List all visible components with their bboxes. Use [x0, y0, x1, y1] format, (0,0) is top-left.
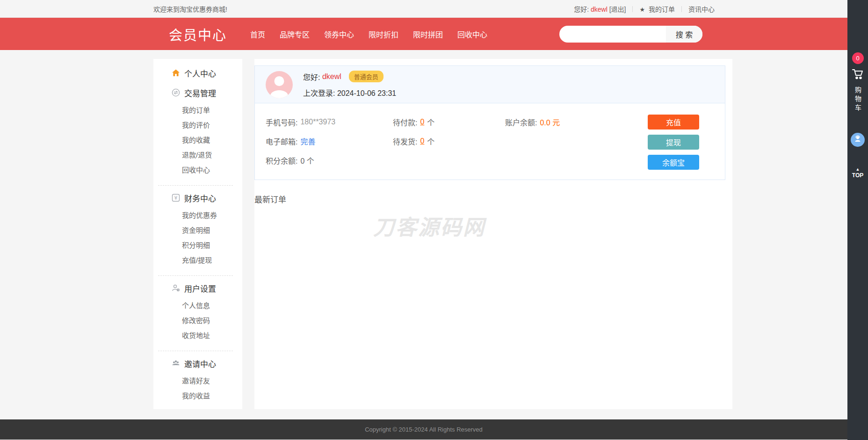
- pending-shipment-count-link[interactable]: 0: [420, 137, 424, 145]
- side-rail: 0 购物车 ▲ TOP: [847, 0, 868, 440]
- nav-item-home[interactable]: 首页: [250, 29, 265, 40]
- sidebar-item-invite-friends[interactable]: 邀请好友: [153, 374, 242, 389]
- username-link[interactable]: dkewl: [591, 6, 608, 13]
- sidebar-item-my-orders[interactable]: 我的订单: [153, 103, 242, 118]
- user-greeting: 您好: dkewl [退出]: [574, 4, 626, 14]
- sidebar-item-recycle-center[interactable]: 回收中心: [153, 163, 242, 178]
- up-triangle-icon: ▲: [856, 167, 860, 172]
- sidebar-list-trade: 我的订单 我的评价 我的收藏 退款/退货 回收中心: [153, 103, 242, 178]
- pending-payment-label: 待付款:: [393, 116, 417, 128]
- sidebar-section-invite[interactable]: 邀请中心: [153, 358, 242, 369]
- sidebar-section-user-settings[interactable]: 用户设置: [153, 282, 242, 294]
- nav-item-flash-group[interactable]: 限时拼团: [413, 29, 443, 40]
- recharge-button[interactable]: 充值: [648, 115, 699, 130]
- topbar: 欢迎来到淘宝优惠券商城! 您好: dkewl [退出] ★ 我的订单 资讯中心: [0, 0, 868, 18]
- search-input[interactable]: [559, 26, 666, 43]
- sidebar-item-points-details[interactable]: 积分明细: [153, 238, 242, 253]
- my-orders-link[interactable]: ★ 我的订单: [639, 4, 675, 14]
- yuebao-button[interactable]: 余额宝: [648, 155, 699, 170]
- last-login-label: 上次登录:: [303, 89, 335, 97]
- sidebar: 个人中心 交易管理 我的订单 我的评价 我的收藏 退款/退货 回收中心 ¥ 财务…: [153, 59, 242, 409]
- customer-service-button[interactable]: [851, 133, 865, 147]
- sidebar-item-my-favorites[interactable]: 我的收藏: [153, 133, 242, 148]
- withdraw-button[interactable]: 提现: [648, 135, 699, 150]
- site-logo[interactable]: 会员中心: [169, 24, 227, 44]
- star-icon: ★: [639, 6, 645, 13]
- points-value: 0 个: [300, 155, 314, 166]
- back-to-top-button[interactable]: ▲ TOP: [852, 167, 863, 178]
- sidebar-section-title: 交易管理: [184, 87, 216, 99]
- search-bar: 搜 索: [559, 26, 702, 43]
- nav-item-brand-zone[interactable]: 品牌专区: [280, 29, 310, 40]
- cart-icon: [851, 67, 864, 82]
- news-center-link[interactable]: 资讯中心: [688, 4, 715, 14]
- last-login-value: 2024-10-06 23:31: [337, 89, 396, 97]
- profile-card-header: 您好: dkewl 普通会员 上次登录: 2024-10-06 23:31: [255, 66, 725, 103]
- welcome-text: 欢迎来到淘宝优惠券商城!: [153, 4, 227, 14]
- copyright-text: Copyright © 2015-2024 All Rights Reserve…: [365, 426, 483, 433]
- member-level-badge: 普通会员: [349, 71, 383, 82]
- sidebar-section-title: 用户设置: [184, 282, 216, 294]
- avatar: [266, 71, 293, 98]
- sidebar-section-personal-center[interactable]: 个人中心: [153, 67, 242, 79]
- sidebar-item-change-password[interactable]: 修改密码: [153, 313, 242, 328]
- invite-icon: [172, 359, 180, 368]
- divider: [632, 6, 633, 12]
- customer-service-icon: [854, 135, 862, 145]
- divider: [681, 6, 682, 12]
- cart-button[interactable]: 购物车: [851, 67, 864, 113]
- sidebar-list-invite: 邀请好友 我的收益: [153, 374, 242, 404]
- sidebar-item-fund-details[interactable]: 资金明细: [153, 223, 242, 238]
- phone-value: 180**3973: [300, 118, 335, 126]
- dashed-divider: [158, 275, 233, 276]
- back-to-top-label: TOP: [852, 173, 863, 178]
- nav-item-recycle-center[interactable]: 回收中心: [457, 29, 487, 40]
- nav-item-flash-discount[interactable]: 限时折扣: [369, 29, 398, 40]
- user-settings-icon: [172, 284, 180, 292]
- trade-icon: [172, 88, 180, 97]
- phone-label: 手机号码:: [266, 116, 297, 128]
- balance-actions: 充值 提现 余额宝: [648, 115, 699, 170]
- dashed-divider: [158, 351, 233, 351]
- main-nav: 首页 品牌专区 领券中心 限时折扣 限时拼团 回收中心: [250, 29, 487, 40]
- main-panel: 您好: dkewl 普通会员 上次登录: 2024-10-06 23:31 手机…: [254, 59, 732, 409]
- sidebar-section-trade[interactable]: 交易管理: [153, 87, 242, 98]
- sidebar-item-my-reviews[interactable]: 我的评价: [153, 118, 242, 133]
- sidebar-item-my-earnings[interactable]: 我的收益: [153, 389, 242, 404]
- sidebar-section-title: 邀请中心: [184, 358, 216, 369]
- profile-card-body: 手机号码: 180**3973 待付款: 0 个 账户余额: 0.0 元 电子邮…: [255, 103, 725, 180]
- balance-value: 0.0 元: [540, 116, 560, 128]
- sidebar-section-title: 财务中心: [184, 192, 216, 204]
- footer: Copyright © 2015-2024 All Rights Reserve…: [0, 419, 868, 440]
- home-icon: [172, 69, 180, 77]
- sidebar-list-finance: 我的优惠券 资金明细 积分明细 充值/提现: [153, 208, 242, 268]
- main-header: 会员中心 首页 品牌专区 领券中心 限时折扣 限时拼团 回收中心 搜 索: [0, 18, 868, 50]
- sidebar-item-my-coupons[interactable]: 我的优惠券: [153, 208, 242, 223]
- sidebar-item-refund-return[interactable]: 退款/退货: [153, 148, 242, 163]
- dashed-divider: [158, 185, 233, 186]
- email-label: 电子邮箱:: [266, 136, 297, 147]
- finance-icon: ¥: [172, 194, 180, 202]
- cart-count-badge: 0: [852, 52, 864, 64]
- greeting-prefix: 您好:: [303, 71, 320, 82]
- sidebar-section-title: 个人中心: [184, 67, 216, 79]
- sidebar-item-recharge-withdraw[interactable]: 充值/提现: [153, 253, 242, 268]
- profile-card: 您好: dkewl 普通会员 上次登录: 2024-10-06 23:31 手机…: [254, 65, 725, 180]
- sidebar-section-finance[interactable]: ¥ 财务中心: [153, 192, 242, 203]
- logout-link[interactable]: [退出]: [609, 6, 626, 13]
- latest-orders-title: 最新订单: [254, 193, 725, 205]
- pending-shipment-unit: 个: [427, 136, 434, 147]
- greeting-prefix: 您好:: [574, 6, 589, 13]
- nav-item-coupon-center[interactable]: 领券中心: [324, 29, 354, 40]
- pending-payment-count-link[interactable]: 0: [420, 118, 424, 126]
- search-button[interactable]: 搜 索: [666, 26, 702, 43]
- my-orders-label: 我的订单: [649, 6, 675, 13]
- pending-shipment-label: 待发货:: [393, 136, 417, 147]
- svg-text:¥: ¥: [174, 195, 178, 201]
- email-complete-link[interactable]: 完善: [300, 136, 315, 147]
- profile-username: dkewl: [322, 72, 341, 81]
- sidebar-item-personal-info[interactable]: 个人信息: [153, 298, 242, 313]
- cart-label: 购物车: [853, 87, 862, 113]
- sidebar-item-shipping-address[interactable]: 收货地址: [153, 328, 242, 343]
- balance-label: 账户余额:: [505, 116, 537, 128]
